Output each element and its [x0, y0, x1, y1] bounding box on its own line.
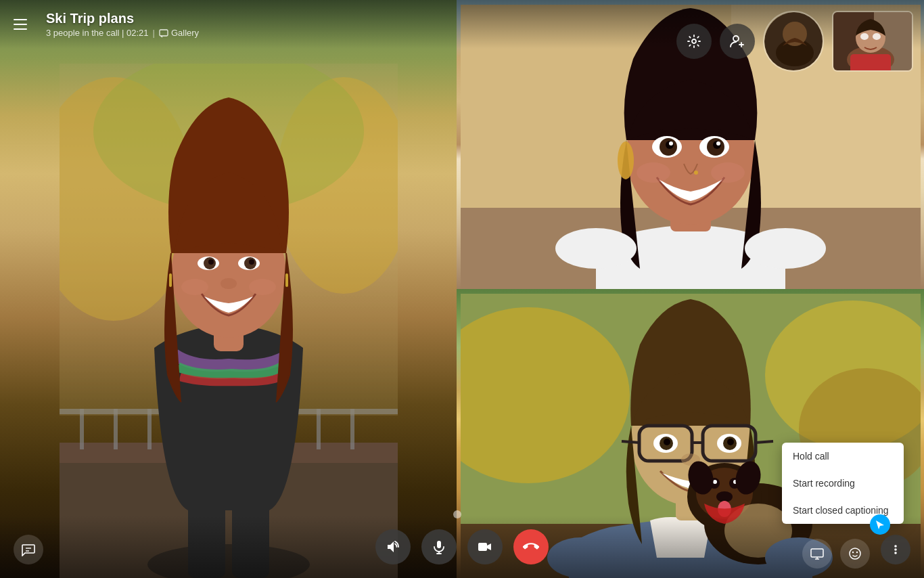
settings-icon: [687, 34, 701, 49]
svg-point-81: [692, 39, 696, 43]
svg-point-104: [856, 552, 858, 553]
video-icon: [478, 539, 492, 554]
svg-point-102: [850, 548, 860, 559]
gallery-label: Gallery: [171, 28, 199, 38]
svg-point-63: [664, 439, 670, 445]
svg-rect-80: [160, 30, 168, 36]
add-person-button[interactable]: [720, 24, 755, 59]
bottom-right-controls: [802, 539, 870, 569]
svg-rect-96: [478, 543, 487, 551]
speaker-button[interactable]: [375, 529, 411, 564]
speaker-icon: [386, 539, 400, 554]
top-right-controls: [676, 11, 913, 72]
context-menu: Hold call Start recording Start closed c…: [782, 443, 904, 524]
start-recording-item[interactable]: Start recording: [782, 470, 904, 497]
gallery-link[interactable]: Gallery: [159, 28, 199, 38]
bottom-left-controls: [14, 535, 43, 564]
svg-point-43: [637, 162, 670, 183]
bottom-controls: [0, 516, 924, 578]
svg-point-25: [249, 279, 276, 295]
svg-point-91: [873, 33, 881, 40]
svg-line-58: [756, 441, 773, 443]
svg-point-90: [860, 33, 869, 40]
svg-point-21: [208, 259, 214, 265]
mute-button[interactable]: [421, 529, 457, 564]
settings-button[interactable]: [676, 24, 712, 59]
hamburger-menu[interactable]: [14, 14, 35, 35]
svg-point-106: [894, 548, 897, 551]
more-options-button[interactable]: [881, 535, 910, 564]
main-video-person: [60, 64, 398, 578]
svg-rect-99: [811, 549, 823, 557]
svg-point-23: [221, 278, 237, 289]
svg-point-41: [716, 141, 720, 146]
cursor-indicator: [870, 514, 890, 535]
svg-point-103: [852, 552, 854, 553]
svg-rect-27: [285, 273, 288, 287]
svg-point-82: [733, 36, 739, 41]
svg-rect-26: [169, 273, 172, 287]
svg-rect-92: [850, 54, 891, 72]
svg-point-64: [727, 439, 734, 445]
chat-bubble-icon: [22, 543, 35, 556]
chat-icon: [159, 28, 168, 38]
svg-point-45: [555, 228, 637, 269]
svg-point-107: [894, 552, 897, 554]
svg-point-71: [713, 480, 717, 484]
video-button[interactable]: [467, 529, 503, 564]
screen-share-button[interactable]: [802, 539, 832, 569]
svg-point-24: [181, 279, 208, 295]
main-video: [0, 0, 457, 578]
svg-point-44: [711, 162, 745, 183]
thumbnail-1[interactable]: [763, 11, 824, 72]
reactions-button[interactable]: [840, 539, 870, 569]
end-call-icon: [523, 539, 539, 555]
call-container: Ski Trip plans 3 people in the call | 02…: [0, 0, 924, 578]
smiley-icon: [848, 547, 862, 560]
people-count: 3 people in the call | 02:21: [46, 28, 149, 38]
add-person-icon: [729, 33, 745, 49]
cursor-arrow-icon: [874, 518, 886, 531]
svg-point-22: [249, 259, 254, 265]
svg-point-42: [694, 171, 698, 175]
end-call-button[interactable]: [513, 529, 549, 564]
chat-button[interactable]: [14, 535, 43, 564]
microphone-icon: [432, 539, 446, 554]
thumbnail-2[interactable]: [832, 11, 913, 72]
more-options-icon: [890, 543, 902, 556]
screen-share-icon: [810, 547, 824, 560]
svg-point-33: [618, 141, 634, 179]
svg-point-40: [669, 141, 673, 146]
svg-point-46: [745, 228, 826, 269]
svg-rect-93: [437, 541, 441, 548]
svg-point-73: [716, 491, 733, 502]
hold-call-item[interactable]: Hold call: [782, 443, 904, 470]
svg-point-105: [894, 545, 897, 548]
svg-line-57: [622, 441, 639, 443]
